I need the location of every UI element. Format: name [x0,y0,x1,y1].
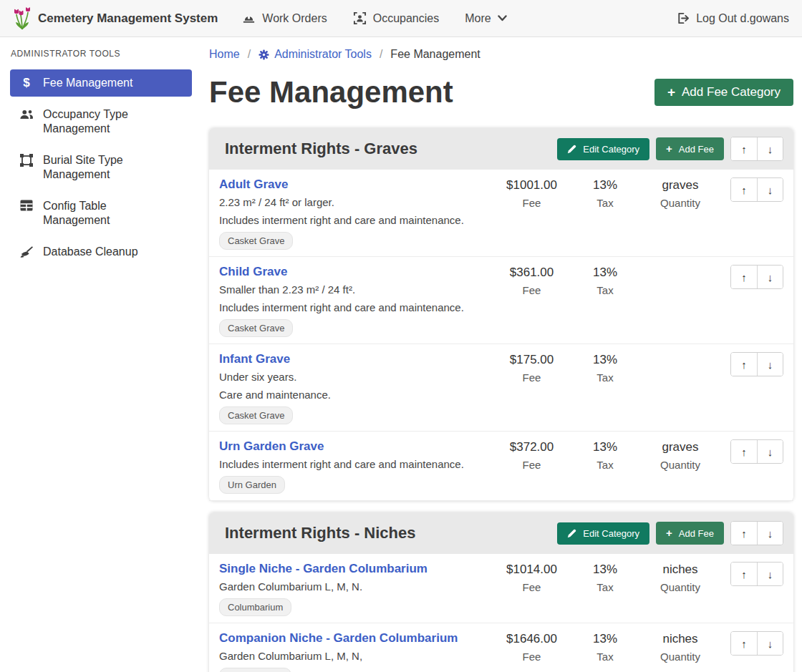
sidebar-item-config-table-management[interactable]: Config Table Management [10,193,192,234]
move-fee-down-button[interactable]: ↓ [757,353,783,376]
category-title: Interment Rights - Niches [225,524,557,542]
fee-quantity-col: niches Quantity [637,631,723,672]
main-content: Home / Administrator Tool [200,37,802,672]
move-category-up-button[interactable]: ↑ [731,522,757,545]
fee-amount: $1014.00 [491,563,573,577]
arrow-down-icon: ↓ [768,527,773,540]
edit-category-label: Edit Category [583,528,639,539]
move-fee-down-button[interactable]: ↓ [757,563,783,585]
fee-quantity: niches [637,563,723,577]
add-fee-category-label: Add Fee Category [682,85,781,99]
fee-name-link[interactable]: Urn Garden Grave [219,439,324,454]
arrow-up-icon: ↑ [741,143,747,155]
move-fee-up-button[interactable]: ↑ [731,632,757,655]
breadcrumb-home-link[interactable]: Home [209,48,240,61]
fee-tax-label: Tax [573,581,637,593]
category-body: Single Niche - Garden Columbarium Garden… [209,554,793,672]
categories: Interment Rights - Graves Edit Category … [209,128,793,672]
fee-amount-label: Fee [491,459,573,471]
fee-tax: 13% [573,632,637,646]
fee-amount-label: Fee [491,284,573,296]
move-category-up-button[interactable]: ↑ [731,137,757,160]
move-fee-up-button[interactable]: ↑ [731,353,757,376]
fee-type-badge: Casket Grave [219,406,293,424]
hard-hat-icon [242,11,256,25]
move-category-down-button[interactable]: ↓ [757,522,783,545]
fee-desc-1: Garden Columbarium L, M, N, [219,649,485,663]
add-fee-button[interactable]: + Add Fee [656,522,724,545]
nav-item-work-orders[interactable]: Work Orders [242,11,327,25]
fee-row: Child Grave Smaller than 2.23 m² / 24 ft… [209,257,793,344]
fee-amount: $361.00 [491,266,573,280]
category-reorder-group: ↑ ↓ [730,521,783,545]
sidebar: ADMINISTRATOR TOOLS $ Fee Management Occ… [0,37,200,672]
nav-item-occupancies[interactable]: Occupancies [353,11,440,25]
nav-item-more[interactable]: More [465,12,506,25]
fee-amount-col: $175.00 Fee [491,352,573,424]
arrow-down-icon: ↓ [768,143,773,155]
move-fee-down-button[interactable]: ↓ [757,266,783,288]
fee-reorder-group: ↑ ↓ [730,177,783,202]
fee-row: Infant Grave Under six years. Care and m… [209,344,793,432]
fee-desc-2: Includes interment right and care and ma… [219,301,485,314]
move-fee-down-button[interactable]: ↓ [757,632,783,655]
category-reorder-group: ↑ ↓ [730,137,783,161]
sidebar-item-label: Fee Management [43,76,132,90]
fee-info: Adult Grave 2.23 m² / 24 ft² or larger. … [219,177,491,250]
fee-name-link[interactable]: Child Grave [219,265,287,279]
sidebar-item-database-cleanup[interactable]: Database Cleanup [10,238,192,266]
add-fee-label: Add Fee [679,144,714,155]
fee-reorder-group: ↑ ↓ [730,562,783,586]
fee-tax-label: Tax [573,284,637,296]
fee-quantity-col: graves Quantity [637,177,723,250]
fee-reorder-group: ↑ ↓ [730,631,783,656]
fee-amount-col: $372.00 Fee [491,439,573,494]
move-fee-up-button[interactable]: ↑ [731,440,757,463]
fee-desc-1: 2.23 m² / 24 ft² or larger. [219,195,485,209]
fee-name-link[interactable]: Adult Grave [219,177,288,192]
edit-category-button[interactable]: Edit Category [557,138,649,160]
sidebar-heading: ADMINISTRATOR TOOLS [11,49,192,59]
add-fee-label: Add Fee [679,528,714,539]
move-category-down-button[interactable]: ↓ [757,137,783,160]
arrow-up-icon: ↑ [741,184,747,196]
fee-tax-label: Tax [573,651,637,663]
broom-icon [19,245,34,258]
move-fee-up-button[interactable]: ↑ [731,178,757,201]
fee-name-link[interactable]: Infant Grave [219,352,290,366]
nav-item-label: Occupancies [373,12,440,25]
sidebar-item-burial-site-type-management[interactable]: Burial Site Type Management [10,147,192,188]
dollar-icon: $ [19,77,34,89]
fee-tax-col: 13% Tax [573,562,637,616]
arrow-down-icon: ↓ [768,446,773,458]
sidebar-item-occupancy-type-management[interactable]: Occupancy Type Management [10,101,192,142]
move-fee-down-button[interactable]: ↓ [757,440,783,463]
plus-icon: + [667,87,675,98]
fee-desc-2: Includes interment right and care and ma… [219,213,485,227]
vector-square-icon [19,154,34,167]
add-fee-button[interactable]: + Add Fee [656,137,724,160]
app-brand[interactable]: Cemetery Management System [13,7,218,30]
edit-category-label: Edit Category [583,144,639,155]
arrow-down-icon: ↓ [768,184,773,196]
fee-name-link[interactable]: Companion Niche - Garden Columbarium [219,631,458,646]
move-fee-up-button[interactable]: ↑ [731,563,757,585]
move-fee-down-button[interactable]: ↓ [757,178,783,201]
edit-category-button[interactable]: Edit Category [557,522,649,545]
fee-tax-col: 13% Tax [573,352,637,424]
fee-desc-1: Garden Columbarium L, M, N. [219,580,485,593]
fee-type-badge: Casket Grave [219,232,293,250]
logout-button[interactable]: Log Out d.gowans [676,11,789,25]
move-fee-up-button[interactable]: ↑ [731,266,757,288]
breadcrumb-admin-tools-link[interactable]: Administrator Tools [274,48,372,61]
fee-amount-col: $1014.00 Fee [491,562,573,616]
add-fee-category-button[interactable]: + Add Fee Category [654,79,793,106]
fee-amount-label: Fee [491,371,573,384]
fee-reorder: ↑ ↓ [723,352,783,424]
fee-name-link[interactable]: Single Niche - Garden Columbarium [219,562,427,576]
fee-amount-label: Fee [491,651,573,663]
sidebar-item-fee-management[interactable]: $ Fee Management [10,69,192,97]
fee-tax: 13% [573,178,637,193]
breadcrumb-separator: / [248,48,251,61]
fee-quantity: graves [637,178,723,193]
